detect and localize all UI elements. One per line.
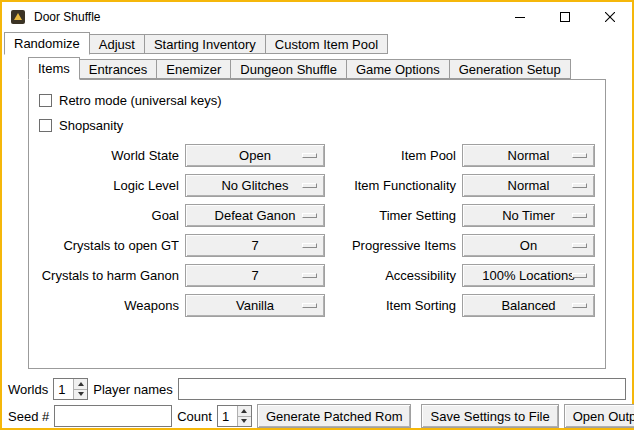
tab-adjust[interactable]: Adjust xyxy=(89,34,145,54)
accessibility-label: Accessibility xyxy=(331,268,456,283)
items-panel: Retro mode (universal keys) Shopsanity W… xyxy=(28,79,606,369)
dropdown-indicator-icon xyxy=(572,213,587,218)
weapons-value: Vanilla xyxy=(236,298,274,313)
tab-entrances[interactable]: Entrances xyxy=(79,59,158,79)
arrow-up-icon xyxy=(241,409,247,413)
player-names-label: Player names xyxy=(93,382,172,397)
minimize-icon xyxy=(515,12,525,22)
arrow-up-icon xyxy=(78,382,84,386)
main-tabbar: Randomize Adjust Starting Inventory Cust… xyxy=(4,31,632,54)
dropdown-indicator-icon xyxy=(302,213,317,218)
maximize-button[interactable] xyxy=(542,2,587,31)
generate-patched-rom-button[interactable]: Generate Patched Rom xyxy=(257,404,412,428)
worlds-spinbox[interactable]: 1 xyxy=(53,378,88,400)
dropdown-indicator-icon xyxy=(302,273,317,278)
item-sorting-dropdown[interactable]: Balanced xyxy=(462,294,595,317)
count-spinbox[interactable]: 1 xyxy=(217,405,252,427)
app-icon xyxy=(10,9,26,25)
worlds-spin-down-button[interactable] xyxy=(73,389,87,400)
worlds-spin-up-button[interactable] xyxy=(73,379,87,389)
shopsanity-checkbox[interactable]: Shopsanity xyxy=(39,113,595,138)
world-state-value: Open xyxy=(239,148,271,163)
count-spin-down-button[interactable] xyxy=(237,416,251,427)
accessibility-dropdown[interactable]: 100% Locations xyxy=(462,264,595,287)
progressive-items-label: Progressive Items xyxy=(331,238,456,253)
titlebar[interactable]: Door Shuffle xyxy=(2,2,632,31)
logic-level-dropdown[interactable]: No Glitches xyxy=(185,174,325,197)
timer-setting-label: Timer Setting xyxy=(331,208,456,223)
tab-game-options[interactable]: Game Options xyxy=(346,59,450,79)
minimize-button[interactable] xyxy=(497,2,542,31)
world-state-label: World State xyxy=(39,148,179,163)
worlds-value: 1 xyxy=(54,379,73,399)
item-functionality-label: Item Functionality xyxy=(331,178,456,193)
tab-custom-item-pool[interactable]: Custom Item Pool xyxy=(265,34,388,54)
weapons-dropdown[interactable]: Vanilla xyxy=(185,294,325,317)
dropdown-indicator-icon xyxy=(302,153,317,158)
crystals-open-gt-value: 7 xyxy=(251,238,258,253)
shopsanity-label: Shopsanity xyxy=(59,118,123,133)
crystals-open-gt-label: Crystals to open GT xyxy=(39,238,179,253)
multiworld-row: Worlds 1 Player names xyxy=(2,377,632,401)
randomize-sub-tabbar: Items Entrances Enemizer Dungeon Shuffle… xyxy=(28,56,632,79)
goal-value: Defeat Ganon xyxy=(215,208,296,223)
worlds-label: Worlds xyxy=(8,382,48,397)
dropdown-indicator-icon xyxy=(572,243,587,248)
goal-label: Goal xyxy=(39,208,179,223)
item-sorting-label: Item Sorting xyxy=(331,298,456,313)
item-functionality-value: Normal xyxy=(508,178,550,193)
count-value: 1 xyxy=(218,406,237,426)
dropdown-indicator-icon xyxy=(572,273,587,278)
player-names-input[interactable] xyxy=(178,378,626,400)
options-grid: World State Open Item Pool Normal Logic … xyxy=(39,144,595,317)
worlds-spin-arrows xyxy=(73,379,87,399)
arrow-down-icon xyxy=(78,392,84,396)
crystals-harm-ganon-value: 7 xyxy=(251,268,258,283)
checkbox-unchecked-icon[interactable] xyxy=(39,119,52,132)
timer-setting-dropdown[interactable]: No Timer xyxy=(462,204,595,227)
tab-generation-setup[interactable]: Generation Setup xyxy=(449,59,571,79)
tab-dungeon-shuffle[interactable]: Dungeon Shuffle xyxy=(230,59,347,79)
dropdown-indicator-icon xyxy=(572,183,587,188)
maximize-icon xyxy=(560,12,570,22)
count-spin-arrows xyxy=(237,406,251,426)
logic-level-value: No Glitches xyxy=(221,178,288,193)
dropdown-indicator-icon xyxy=(302,303,317,308)
tab-enemizer[interactable]: Enemizer xyxy=(156,59,231,79)
seed-label: Seed # xyxy=(8,409,49,424)
close-button[interactable] xyxy=(587,2,632,31)
retro-mode-label: Retro mode (universal keys) xyxy=(59,93,222,108)
item-pool-value: Normal xyxy=(508,148,550,163)
progressive-items-value: On xyxy=(520,238,537,253)
crystals-harm-ganon-dropdown[interactable]: 7 xyxy=(185,264,325,287)
accessibility-value: 100% Locations xyxy=(482,268,575,283)
item-pool-dropdown[interactable]: Normal xyxy=(462,144,595,167)
count-spin-up-button[interactable] xyxy=(237,406,251,416)
crystals-open-gt-dropdown[interactable]: 7 xyxy=(185,234,325,257)
item-functionality-dropdown[interactable]: Normal xyxy=(462,174,595,197)
dropdown-indicator-icon xyxy=(302,183,317,188)
open-output-directory-button[interactable]: Open Output Directory xyxy=(564,404,634,428)
logic-level-label: Logic Level xyxy=(39,178,179,193)
world-state-dropdown[interactable]: Open xyxy=(185,144,325,167)
goal-dropdown[interactable]: Defeat Ganon xyxy=(185,204,325,227)
dropdown-indicator-icon xyxy=(302,243,317,248)
timer-setting-value: No Timer xyxy=(502,208,555,223)
dropdown-indicator-icon xyxy=(572,303,587,308)
crystals-harm-ganon-label: Crystals to harm Ganon xyxy=(39,268,179,283)
retro-mode-checkbox[interactable]: Retro mode (universal keys) xyxy=(39,88,595,113)
item-pool-label: Item Pool xyxy=(331,148,456,163)
door-shuffle-window: Door Shuffle Randomize Adjust Starting I… xyxy=(0,0,634,430)
tab-randomize[interactable]: Randomize xyxy=(4,32,90,55)
item-sorting-value: Balanced xyxy=(501,298,555,313)
tab-starting-inventory[interactable]: Starting Inventory xyxy=(144,34,266,54)
window-title: Door Shuffle xyxy=(34,10,101,24)
close-icon xyxy=(605,12,615,22)
checkbox-unchecked-icon[interactable] xyxy=(39,94,52,107)
weapons-label: Weapons xyxy=(39,298,179,313)
seed-input[interactable] xyxy=(54,405,172,427)
save-settings-button[interactable]: Save Settings to File xyxy=(421,404,558,428)
tab-items[interactable]: Items xyxy=(28,57,80,80)
progressive-items-dropdown[interactable]: On xyxy=(462,234,595,257)
count-label: Count xyxy=(177,409,212,424)
